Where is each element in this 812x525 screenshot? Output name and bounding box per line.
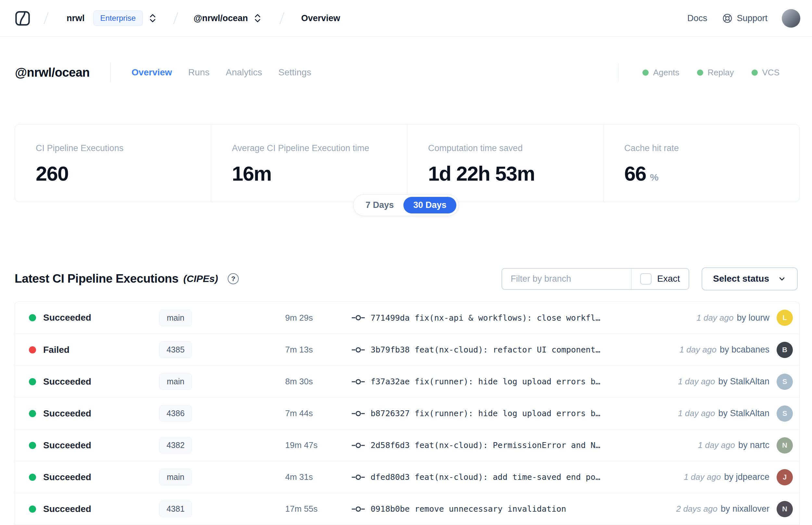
row-avatar[interactable]: B [777,342,793,358]
row-status: Succeeded [43,440,147,451]
service-vcs-label: VCS [762,68,780,78]
stat-average-execution-time: Average CI Pipeline Execution time 16m [211,124,407,202]
row-status: Succeeded [43,313,147,323]
stat-computation-time-saved: Computation time saved 1d 22h 53m [407,124,603,202]
divider [110,62,111,82]
table-row[interactable]: Succeeded main 8m 30s f37a32ae fix(runne… [15,365,799,397]
row-avatar[interactable]: N [777,437,793,453]
table-row[interactable]: Succeeded 4386 7m 44s b8726327 fix(runne… [15,397,799,429]
status-dot-icon [29,506,36,513]
range-toggle-wrap: 7 Days 30 Days [0,194,812,216]
git-commit-icon [351,410,365,417]
tab-analytics[interactable]: Analytics [226,67,262,78]
top-navbar: nrwl Enterprise @nrwl/ocean Overview Doc… [0,0,812,37]
row-avatar[interactable]: S [777,405,793,422]
row-duration: 7m 13s [285,345,347,355]
support-link[interactable]: Support [722,13,767,24]
row-meta: 2 days ago by nixallover N [676,501,793,517]
branch-badge-col: 4385 [147,342,204,358]
table-row[interactable]: Succeeded main 4m 31s dfed80d3 feat(nx-c… [15,461,799,493]
row-time-ago: 2 days ago [676,504,718,514]
branch-badge[interactable]: 4385 [159,342,192,358]
status-dot-icon [752,70,758,76]
exact-match-segment: Exact [631,268,689,290]
tab-settings[interactable]: Settings [278,67,311,78]
row-avatar[interactable]: N [777,501,793,517]
status-select-dropdown[interactable]: Select status [702,267,798,290]
breadcrumb-separator [44,12,49,24]
branch-badge[interactable]: 4382 [159,437,192,453]
cipe-table-body: Succeeded main 9m 29s 771499da fix(nx-ap… [15,302,799,525]
stat-unit: % [650,172,659,183]
row-avatar[interactable]: S [777,374,793,390]
row-author: by StalkAltan [718,376,769,387]
tab-runs[interactable]: Runs [188,67,210,78]
status-dot-icon [29,474,36,481]
row-time-ago: 1 day ago [678,408,715,418]
help-icon[interactable]: ? [228,273,239,284]
table-row[interactable]: Succeeded 4381 17m 55s 0918b0be remove u… [15,493,799,525]
status-select-label: Select status [713,273,769,284]
git-commit-icon [351,378,365,385]
breadcrumb-workspace[interactable]: @nrwl/ocean [194,13,248,24]
section-title-suffix: (CIPEs) [184,273,218,284]
nx-cloud-logo-icon[interactable] [15,11,30,26]
tab-overview[interactable]: Overview [132,67,172,78]
branch-badge-col: 4382 [147,437,204,453]
exact-checkbox[interactable] [640,273,652,285]
row-status: Failed [43,345,147,355]
toggle-7-days[interactable]: 7 Days [356,197,403,213]
branch-badge[interactable]: 4386 [159,405,192,422]
service-replay[interactable]: Replay [697,68,734,78]
commit-text[interactable]: dfed80d3 feat(nx-cloud): add time-saved … [371,472,677,482]
status-dot-icon [697,70,703,76]
branch-badge[interactable]: main [159,373,191,390]
service-vcs[interactable]: VCS [752,68,780,78]
stat-ci-pipeline-executions: CI Pipeline Executions 260 [15,124,211,202]
git-commit-icon [351,314,365,321]
branch-badge[interactable]: main [159,469,191,485]
divider [618,63,618,81]
breadcrumb-org[interactable]: nrwl [66,13,85,24]
exact-label: Exact [657,273,680,284]
commit-text[interactable]: 0918b0be remove unnecessary invalidation [371,504,670,514]
git-commit-icon [351,506,365,513]
branch-badge-col: 4381 [147,501,204,517]
branch-badge-col: main [147,310,204,326]
org-switcher-caret-icon[interactable] [149,13,156,24]
table-row[interactable]: Failed 4385 7m 13s 3b79fb38 feat(nx-clou… [15,334,799,365]
table-row[interactable]: Succeeded main 9m 29s 771499da fix(nx-ap… [15,302,799,334]
page-title: @nrwl/ocean [15,65,90,79]
status-dot-icon [29,410,36,417]
row-time-ago: 1 day ago [684,472,721,482]
row-avatar[interactable]: J [777,469,793,485]
branch-badge-col: main [147,373,204,390]
cipe-section-header: Latest CI Pipeline Executions (CIPEs) ? … [0,267,812,290]
workspace-switcher-caret-icon[interactable] [254,13,261,24]
commit-text[interactable]: 3b79fb38 feat(nx-cloud): refactor UI com… [371,345,673,355]
row-time-ago: 1 day ago [696,313,733,323]
branch-badge[interactable]: main [159,310,191,326]
service-agents[interactable]: Agents [642,68,679,78]
row-meta: 1 day ago by StalkAltan S [678,374,793,390]
table-row[interactable]: Succeeded 4382 19m 47s 2d58f6d3 feat(nx-… [15,429,799,461]
breadcrumb-separator [173,12,178,24]
docs-link[interactable]: Docs [687,13,707,24]
stat-value: 66 % [624,162,779,185]
user-avatar[interactable] [782,9,800,28]
section-title: Latest CI Pipeline Executions [15,272,179,286]
toggle-30-days[interactable]: 30 Days [403,197,456,213]
branch-badge-col: 4386 [147,405,204,422]
row-duration: 8m 30s [285,376,347,387]
commit-text[interactable]: 2d58f6d3 feat(nx-cloud): PermissionError… [371,440,691,450]
commit-text[interactable]: b8726327 fix(runner): hide log upload er… [371,409,671,418]
row-status: Succeeded [43,504,147,514]
commit-text[interactable]: 771499da fix(nx-api & workflows): close … [371,313,690,322]
breadcrumb-page: Overview [301,13,340,24]
row-avatar[interactable]: L [777,310,793,326]
stat-cards: CI Pipeline Executions 260 Average CI Pi… [15,124,800,202]
branch-filter-input[interactable] [502,268,631,290]
branch-badge[interactable]: 4381 [159,501,192,517]
stat-label: Cache hit rate [624,143,779,153]
commit-text[interactable]: f37a32ae fix(runner): hide log upload er… [371,377,671,386]
